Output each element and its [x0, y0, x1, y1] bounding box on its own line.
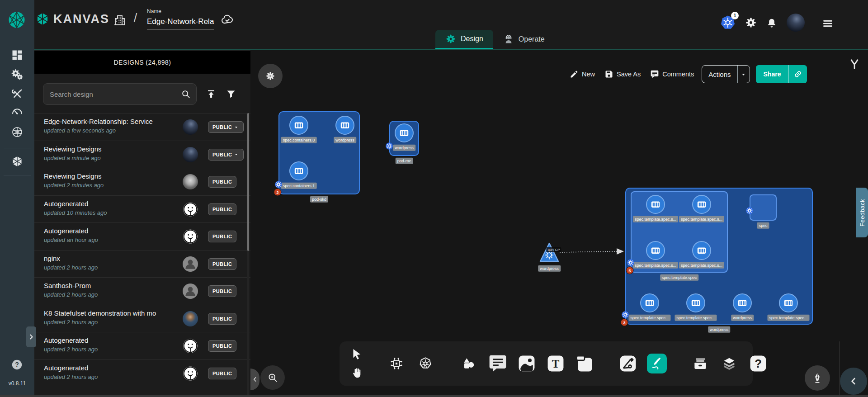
toolbar-group: T	[459, 354, 594, 373]
new-button[interactable]: New	[568, 70, 597, 79]
kubernetes-components-tool[interactable]	[415, 354, 435, 373]
node-container[interactable]	[646, 195, 665, 214]
design-list-item[interactable]: Reviewing Designsupdated a minute agoPUB…	[34, 141, 250, 168]
feedback-button[interactable]: Feedback	[856, 188, 868, 237]
design-list-item[interactable]: Autogeneratedupdated an hour agoPUBLIC	[34, 222, 250, 250]
import-design-icon[interactable]	[206, 89, 217, 99]
canvas-action-bar: New Save As Comments Actions Share	[568, 65, 807, 84]
sidebar-item-kanvas[interactable]	[11, 155, 24, 168]
breadcrumb-separator: /	[134, 11, 137, 25]
image-tool[interactable]	[517, 354, 537, 373]
visibility-badge[interactable]: PUBLIC	[208, 203, 236, 215]
pen-tool[interactable]	[618, 354, 638, 373]
design-list-item[interactable]: Reviewing Designsupdated 2 minutes agoPU…	[34, 168, 250, 195]
zoom-in-button[interactable]	[260, 365, 285, 390]
comments-button[interactable]: Comments	[648, 70, 696, 79]
chevron-down-icon	[233, 151, 239, 157]
sidebar-item-configuration[interactable]	[11, 88, 24, 100]
visibility-badge[interactable]: PUBLIC	[208, 313, 236, 325]
organization-icon[interactable]	[113, 13, 127, 27]
visibility-badge[interactable]: PUBLIC	[208, 368, 236, 379]
visibility-badge[interactable]: PUBLIC	[208, 121, 244, 133]
visibility-badge[interactable]: PUBLIC	[208, 340, 236, 352]
pan-tool[interactable]	[350, 367, 363, 379]
frame-tool[interactable]	[575, 354, 594, 373]
comment-icon	[488, 354, 508, 373]
design-updated: updated 2 hours ago	[44, 346, 98, 353]
pen-mode-button[interactable]	[805, 365, 830, 391]
notifications-bell-icon[interactable]	[766, 17, 778, 28]
visibility-badge[interactable]: PUBLIC	[208, 176, 236, 188]
visibility-label: PUBLIC	[212, 179, 232, 184]
design-name-input[interactable]	[147, 16, 214, 29]
sidebar-item-performance[interactable]	[11, 105, 24, 118]
help-tool[interactable]: ?	[748, 354, 768, 373]
node-container[interactable]	[779, 293, 798, 312]
node-container[interactable]	[289, 161, 308, 180]
node-container[interactable]	[686, 293, 705, 312]
right-dock-collapse-button[interactable]	[840, 368, 867, 395]
sidebar-item-dashboard[interactable]	[11, 49, 24, 61]
design-list-item[interactable]: K8 Statefulset demonstration with moupda…	[34, 305, 250, 332]
filter-icon[interactable]	[226, 89, 236, 99]
search-icon[interactable]	[181, 89, 191, 99]
layers-tool[interactable]	[719, 354, 739, 373]
node-group-spec[interactable]	[750, 194, 777, 221]
node-container[interactable]	[692, 241, 711, 260]
node-container[interactable]	[289, 116, 308, 135]
share-label: Share	[756, 71, 789, 78]
node-container[interactable]	[395, 123, 414, 142]
node-container[interactable]	[692, 195, 711, 214]
visibility-badge[interactable]: PUBLIC	[208, 258, 236, 270]
menu-hamburger-icon[interactable]	[821, 17, 834, 30]
help-icon[interactable]: ?	[11, 359, 23, 371]
design-list-item[interactable]: Autogeneratedupdated 10 minutes agoPUBLI…	[34, 195, 250, 223]
node-container[interactable]	[646, 241, 665, 260]
horizontal-scrollbar[interactable]	[0, 395, 868, 397]
hierarchy-y-icon[interactable]	[848, 58, 861, 71]
user-avatar[interactable]	[787, 14, 805, 32]
meshery-logo-icon[interactable]	[8, 11, 26, 29]
save-as-button[interactable]: Save As	[603, 70, 642, 79]
design-list-item[interactable]: Autogeneratedupdated 2 hours agoPUBLIC	[34, 359, 250, 387]
tab-design[interactable]: Design	[435, 30, 493, 49]
comment-tool[interactable]	[488, 354, 508, 373]
freehand-draw-tool[interactable]	[647, 354, 667, 373]
visibility-badge[interactable]: PUBLIC	[208, 231, 236, 242]
design-title: K8 Statefulset demonstration with mo	[44, 309, 162, 317]
sidebar-item-extensions[interactable]	[11, 126, 24, 138]
design-search-input[interactable]	[43, 90, 181, 98]
drawer-tool[interactable]	[690, 354, 710, 373]
design-canvas[interactable]: New Save As Comments Actions Share pod-s…	[250, 50, 868, 397]
chevron-down-icon[interactable]	[740, 71, 747, 78]
share-button[interactable]: Share	[756, 65, 807, 83]
node-container[interactable]	[640, 293, 659, 312]
shapes-tool[interactable]	[459, 354, 479, 373]
design-list-item[interactable]: Santhosh-Promupdated 2 hours agoPUBLIC	[34, 277, 250, 305]
text-tool[interactable]: T	[546, 354, 566, 373]
container-label: spec.containers.1	[281, 183, 317, 189]
visibility-badge[interactable]: PUBLIC	[208, 149, 244, 161]
visibility-badge[interactable]: PUBLIC	[208, 285, 236, 297]
sidebar-item-lifecycle[interactable]	[11, 68, 24, 81]
new-button-label: New	[582, 71, 595, 78]
tab-operate[interactable]: Operate	[493, 30, 555, 49]
node-group-spec-template-spec[interactable]	[631, 191, 728, 273]
actions-button[interactable]: Actions	[702, 65, 750, 83]
components-tool[interactable]	[387, 354, 406, 373]
node-container[interactable]	[733, 293, 752, 312]
group-label: pod-roc	[396, 158, 413, 164]
design-author-avatar	[183, 147, 198, 162]
brand[interactable]: KANVAS	[35, 12, 109, 26]
select-tool[interactable]	[350, 348, 363, 360]
sidebar-expand-button[interactable]	[26, 326, 36, 347]
designs-scrollbar[interactable]	[247, 113, 249, 397]
node-service-wordpress[interactable]	[538, 241, 560, 263]
design-list-item[interactable]: nginxupdated 2 hours agoPUBLIC	[34, 250, 250, 278]
node-container[interactable]	[335, 116, 354, 135]
copy-link-icon[interactable]	[793, 70, 802, 79]
settings-icon[interactable]	[745, 17, 757, 28]
kubernetes-context-button[interactable]: 1	[720, 14, 736, 31]
design-list-item[interactable]: Autogeneratedupdated 2 hours agoPUBLIC	[34, 332, 250, 359]
design-list-item[interactable]: Edge-Network-Relationship: Serviceupdate…	[34, 113, 250, 141]
